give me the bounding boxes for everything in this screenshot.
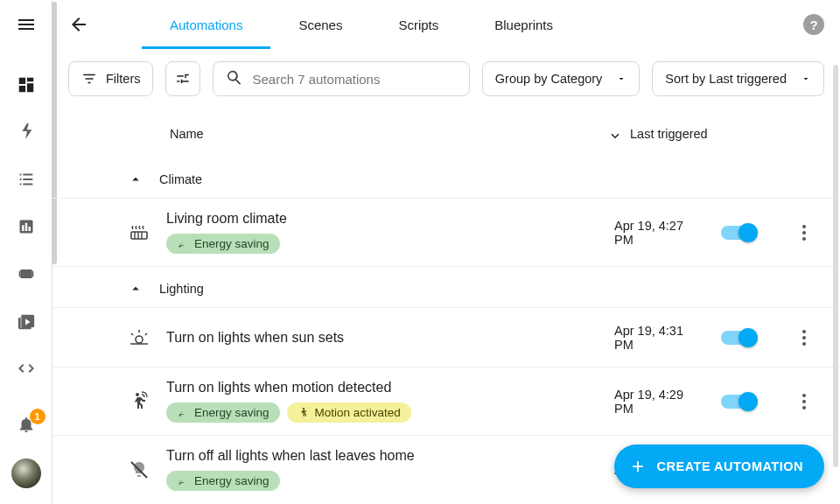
sidebar-item-device[interactable] bbox=[16, 263, 37, 284]
chip-energy-saving: Energy saving bbox=[166, 471, 280, 491]
svg-rect-5 bbox=[131, 232, 147, 239]
sidebar-item-energy[interactable] bbox=[16, 122, 37, 143]
group-header-climate[interactable]: Climate bbox=[52, 158, 840, 199]
fab-label: CREATE AUTOMATION bbox=[657, 459, 803, 473]
chip-label: Energy saving bbox=[194, 474, 270, 487]
row-last-triggered: Apr 19, 4:27 PM bbox=[614, 219, 705, 247]
main-scrollbar[interactable] bbox=[833, 65, 838, 467]
automation-row[interactable]: Living room climate Energy saving Apr 19… bbox=[52, 199, 840, 267]
toggle-switch[interactable] bbox=[721, 226, 756, 240]
row-title: Turn on lights when sun sets bbox=[166, 330, 598, 346]
leaf-icon bbox=[177, 407, 188, 418]
chip-motion-activated: Motion activated bbox=[287, 402, 411, 423]
chevron-up-icon bbox=[128, 172, 144, 187]
row-last-triggered: Apr 19, 4:29 PM bbox=[614, 388, 705, 416]
chip-energy-saving: Energy saving bbox=[166, 234, 280, 254]
sidebar-item-chart[interactable] bbox=[16, 216, 37, 237]
sidebar-item-media[interactable] bbox=[16, 311, 37, 332]
automation-row[interactable]: Turn on lights when motion detected Ener… bbox=[52, 368, 840, 436]
chevron-down-icon bbox=[801, 74, 811, 84]
svg-rect-2 bbox=[24, 223, 27, 231]
row-menu-button[interactable] bbox=[794, 392, 814, 411]
chip-label: Motion activated bbox=[315, 406, 401, 419]
tune-icon bbox=[175, 71, 191, 87]
sidebar-item-list[interactable] bbox=[16, 169, 37, 190]
arrow-down-icon bbox=[607, 126, 623, 142]
search-icon bbox=[225, 68, 244, 88]
tab-label: Blueprints bbox=[494, 18, 553, 32]
search-input[interactable] bbox=[213, 61, 469, 96]
group-by-button[interactable]: Group by Category bbox=[482, 61, 640, 96]
col-last-triggered-label: Last triggered bbox=[630, 127, 708, 141]
toggle-switch[interactable] bbox=[721, 395, 756, 409]
help-icon[interactable]: ? bbox=[803, 14, 824, 35]
row-title: Turn off all lights when last leaves hom… bbox=[166, 448, 598, 464]
row-menu-button[interactable] bbox=[794, 328, 814, 347]
sunset-icon bbox=[128, 327, 150, 348]
chip-label: Energy saving bbox=[194, 237, 270, 250]
col-name[interactable]: Name bbox=[170, 127, 607, 141]
chip-energy-saving: Energy saving bbox=[166, 402, 280, 423]
svg-point-8 bbox=[303, 408, 304, 410]
tab-scripts[interactable]: Scripts bbox=[370, 0, 466, 49]
toggle-switch[interactable] bbox=[721, 331, 756, 345]
radiator-icon bbox=[128, 222, 150, 243]
light-off-icon bbox=[128, 459, 150, 480]
svg-rect-1 bbox=[22, 225, 24, 231]
notification-badge: 1 bbox=[30, 409, 46, 424]
leaf-icon bbox=[177, 475, 188, 486]
group-header-lighting[interactable]: Lighting bbox=[52, 267, 840, 308]
create-automation-button[interactable]: + CREATE AUTOMATION bbox=[614, 444, 824, 488]
row-menu-button[interactable] bbox=[794, 223, 814, 242]
svg-point-6 bbox=[136, 336, 143, 343]
back-button[interactable] bbox=[68, 14, 89, 35]
filters-label: Filters bbox=[106, 72, 140, 86]
plus-icon: + bbox=[632, 454, 645, 479]
column-header: Name Last triggered bbox=[52, 108, 840, 158]
group-label: Climate bbox=[159, 172, 202, 186]
hamburger-menu-icon[interactable] bbox=[16, 14, 37, 35]
row-last-triggered: Apr 19, 4:31 PM bbox=[614, 324, 705, 352]
toolbar: Filters Group by Category Sort by Last t… bbox=[52, 49, 840, 108]
row-title: Living room climate bbox=[166, 211, 598, 227]
svg-rect-3 bbox=[28, 227, 31, 231]
sidebar-item-dashboard[interactable] bbox=[16, 74, 37, 95]
chevron-down-icon bbox=[616, 74, 626, 84]
sidebar-item-code[interactable] bbox=[16, 358, 37, 379]
avatar[interactable] bbox=[11, 458, 41, 488]
search-field bbox=[213, 61, 469, 96]
group-by-label: Group by Category bbox=[495, 72, 603, 86]
automation-row[interactable]: Turn on lights when sun sets Apr 19, 4:3… bbox=[52, 308, 840, 368]
group-label: Lighting bbox=[159, 282, 204, 296]
svg-rect-4 bbox=[20, 270, 32, 278]
settings-toggle-button[interactable] bbox=[165, 61, 200, 96]
tab-label: Automations bbox=[170, 18, 242, 32]
topbar: Automations Scenes Scripts Blueprints ? bbox=[52, 0, 840, 49]
motion-icon bbox=[128, 391, 150, 412]
sort-by-label: Sort by Last triggered bbox=[665, 72, 787, 86]
filter-icon bbox=[81, 71, 97, 87]
filters-button[interactable]: Filters bbox=[68, 61, 153, 96]
col-last-triggered[interactable]: Last triggered bbox=[607, 126, 708, 142]
tab-automations[interactable]: Automations bbox=[142, 0, 270, 49]
tab-scenes[interactable]: Scenes bbox=[270, 0, 370, 49]
tab-label: Scripts bbox=[398, 18, 438, 32]
tab-label: Scenes bbox=[298, 18, 342, 32]
sidebar-rail: 1 bbox=[0, 0, 52, 504]
sort-by-button[interactable]: Sort by Last triggered bbox=[652, 61, 824, 96]
main-panel: Automations Scenes Scripts Blueprints ? … bbox=[52, 0, 840, 504]
leaf-icon bbox=[177, 238, 188, 249]
sidebar-item-notifications[interactable]: 1 bbox=[16, 414, 37, 435]
row-title: Turn on lights when motion detected bbox=[166, 380, 598, 396]
tab-blueprints[interactable]: Blueprints bbox=[466, 0, 581, 49]
svg-point-7 bbox=[136, 393, 139, 396]
chevron-up-icon bbox=[128, 281, 144, 297]
run-icon bbox=[298, 407, 309, 418]
chip-label: Energy saving bbox=[194, 406, 270, 419]
